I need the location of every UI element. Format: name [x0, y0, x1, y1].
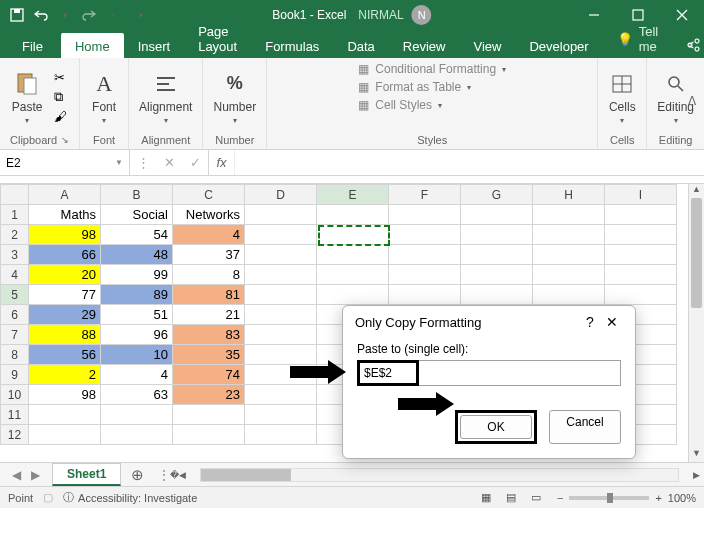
paste-target-input-ext[interactable]	[419, 360, 621, 386]
scroll-right-icon[interactable]: ▶	[693, 470, 700, 480]
cell[interactable]: 88	[29, 325, 101, 345]
cell[interactable]	[533, 285, 605, 305]
cell[interactable]	[605, 225, 677, 245]
cell[interactable]	[245, 245, 317, 265]
cell[interactable]	[245, 325, 317, 345]
cell[interactable]	[29, 425, 101, 445]
cell[interactable]	[29, 405, 101, 425]
cell[interactable]	[389, 225, 461, 245]
cancel-formula-icon[interactable]: ✕	[156, 155, 182, 170]
cell[interactable]: 66	[29, 245, 101, 265]
sheet-nav[interactable]: ◀▶	[0, 468, 52, 482]
hs-split-icon[interactable]: ⋮	[158, 468, 170, 482]
tab-data[interactable]: Data	[333, 33, 388, 58]
cell[interactable]: 21	[173, 305, 245, 325]
select-all[interactable]	[1, 185, 29, 205]
page-layout-view-icon[interactable]: ▤	[500, 491, 522, 504]
copy-icon[interactable]: ⧉	[54, 89, 67, 105]
cell[interactable]: 98	[29, 385, 101, 405]
row-header[interactable]: 9	[1, 365, 29, 385]
redo-icon[interactable]	[80, 6, 98, 24]
sheet-tab[interactable]: Sheet1	[52, 463, 121, 486]
conditional-formatting-button[interactable]: ▦Conditional Formatting▾	[358, 62, 506, 76]
cell[interactable]: 63	[101, 385, 173, 405]
paste-target-input[interactable]	[360, 363, 416, 383]
zoom-in-icon[interactable]: +	[655, 492, 661, 504]
share-button[interactable]	[672, 32, 704, 58]
cell[interactable]: 10	[101, 345, 173, 365]
ok-button[interactable]: OK	[460, 415, 532, 439]
col-header[interactable]: C	[173, 185, 245, 205]
cell[interactable]	[533, 245, 605, 265]
cell[interactable]	[389, 285, 461, 305]
cell[interactable]	[317, 245, 389, 265]
cell[interactable]: 2	[29, 365, 101, 385]
col-header[interactable]: B	[101, 185, 173, 205]
cell[interactable]	[101, 425, 173, 445]
row-header[interactable]: 1	[1, 205, 29, 225]
cell[interactable]	[533, 205, 605, 225]
tab-developer[interactable]: Developer	[515, 33, 602, 58]
name-box[interactable]: E2 ▼	[0, 150, 130, 175]
cell[interactable]	[533, 265, 605, 285]
cell[interactable]: 37	[173, 245, 245, 265]
cell[interactable]	[245, 205, 317, 225]
cell[interactable]: 29	[29, 305, 101, 325]
cell[interactable]	[605, 205, 677, 225]
col-header[interactable]: H	[533, 185, 605, 205]
nav-prev-icon[interactable]: ◀	[12, 468, 21, 482]
cell[interactable]	[245, 285, 317, 305]
save-icon[interactable]	[8, 6, 26, 24]
cell[interactable]	[173, 405, 245, 425]
page-break-view-icon[interactable]: ▭	[525, 491, 547, 504]
normal-view-icon[interactable]: ▦	[475, 491, 497, 504]
cell[interactable]	[245, 365, 317, 385]
zoom-level[interactable]: 100%	[668, 492, 696, 504]
tab-formulas[interactable]: Formulas	[251, 33, 333, 58]
alignment-button[interactable]: Alignment ▾	[139, 70, 192, 125]
cell[interactable]: 83	[173, 325, 245, 345]
cell[interactable]	[461, 265, 533, 285]
row-header[interactable]: 10	[1, 385, 29, 405]
col-header[interactable]: I	[605, 185, 677, 205]
cell[interactable]: 4	[173, 225, 245, 245]
scrollbar-thumb[interactable]	[691, 198, 702, 308]
cell[interactable]: 35	[173, 345, 245, 365]
add-sheet-button[interactable]: ⊕	[121, 466, 154, 484]
scroll-down-icon[interactable]: ▼	[689, 448, 704, 462]
view-switcher[interactable]: ▦ ▤ ▭	[475, 491, 547, 504]
cell[interactable]	[461, 285, 533, 305]
row-header[interactable]: 2	[1, 225, 29, 245]
cell[interactable]	[605, 285, 677, 305]
cell[interactable]	[317, 225, 389, 245]
undo-icon[interactable]	[32, 6, 50, 24]
format-as-table-button[interactable]: ▦Format as Table▾	[358, 80, 471, 94]
collapse-ribbon-icon[interactable]: ᐱ	[688, 94, 696, 108]
cell[interactable]: 89	[101, 285, 173, 305]
cell[interactable]	[245, 225, 317, 245]
undo-dropdown-icon[interactable]: ▾	[56, 6, 74, 24]
nav-next-icon[interactable]: ▶	[31, 468, 40, 482]
cell[interactable]	[317, 265, 389, 285]
scroll-left-icon[interactable]: �◀	[170, 470, 186, 480]
cell[interactable]: 8	[173, 265, 245, 285]
scrollbar-thumb[interactable]	[201, 469, 291, 481]
vertical-scrollbar[interactable]: ▲ ▼	[688, 184, 704, 462]
row-header[interactable]: 4	[1, 265, 29, 285]
tab-file[interactable]: File	[12, 33, 61, 58]
cell[interactable]: 74	[173, 365, 245, 385]
cell[interactable]	[317, 285, 389, 305]
cell[interactable]: 20	[29, 265, 101, 285]
cells-button[interactable]: Cells ▾	[608, 70, 636, 125]
row-header[interactable]: 12	[1, 425, 29, 445]
cell[interactable]: 81	[173, 285, 245, 305]
row-header[interactable]: 3	[1, 245, 29, 265]
formula-input[interactable]	[235, 150, 704, 175]
tab-view[interactable]: View	[459, 33, 515, 58]
cell-styles-button[interactable]: ▦Cell Styles▾	[358, 98, 442, 112]
chevron-down-icon[interactable]: ▼	[115, 158, 123, 167]
tab-page-layout[interactable]: Page Layout	[184, 18, 251, 58]
avatar[interactable]: N	[412, 5, 432, 25]
close-icon[interactable]: ✕	[601, 314, 623, 330]
cell[interactable]	[101, 405, 173, 425]
